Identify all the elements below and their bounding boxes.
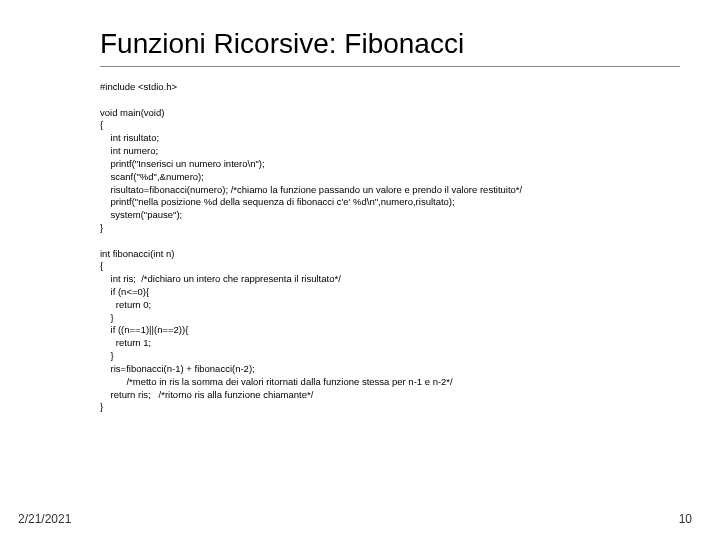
code-block: #include <stdio.h> void main(void) { int… — [100, 81, 680, 414]
footer-page-number: 10 — [679, 512, 692, 526]
title-rule — [100, 66, 680, 67]
slide: Funzioni Ricorsive: Fibonacci #include <… — [0, 0, 720, 540]
slide-title: Funzioni Ricorsive: Fibonacci — [100, 28, 680, 60]
footer-date: 2/21/2021 — [18, 512, 71, 526]
